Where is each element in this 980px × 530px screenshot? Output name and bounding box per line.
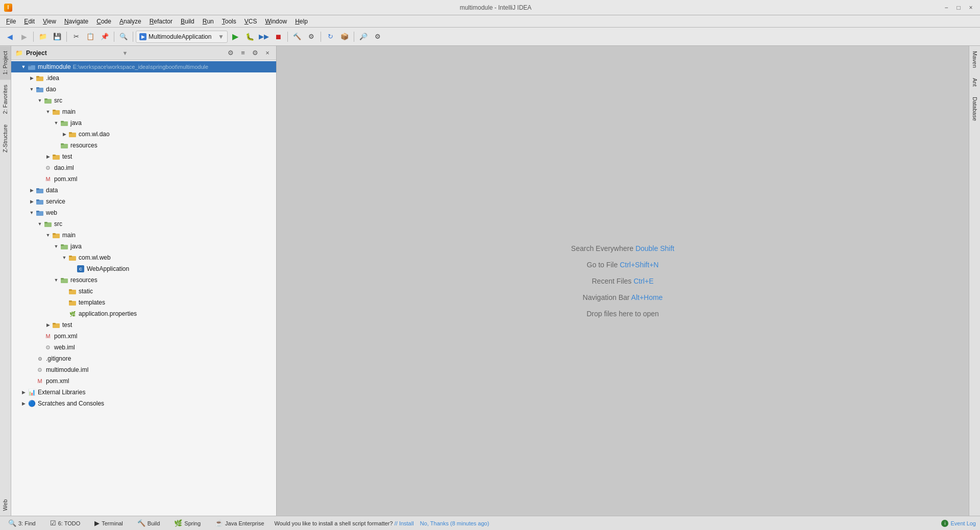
minimize-button[interactable]: − [941, 3, 951, 13]
tree-node-dao-iml[interactable]: ▶ ⚙ dao.iml [11, 162, 276, 173]
tree-node-dao-test[interactable]: ▶ test [11, 151, 276, 162]
sidebar-tab-maven[interactable]: Maven [969, 46, 980, 73]
menu-tools[interactable]: Tools [218, 17, 240, 26]
expand-arrow[interactable]: ▼ [52, 119, 60, 127]
run-config-selector[interactable]: ▶ MultimoduleApplication ▼ [136, 31, 228, 43]
project-tree[interactable]: ▼ multimodule E:\workspace\workspace_ide… [11, 60, 276, 516]
tree-node-web-pom[interactable]: ▶ M pom.xml [11, 331, 276, 342]
expand-arrow[interactable]: ▼ [52, 276, 60, 284]
tree-node-com-wl-web[interactable]: ▼ com.wl.web [11, 252, 276, 263]
expand-arrow[interactable]: ▶ [28, 74, 36, 82]
tree-node-app-properties[interactable]: ▶ 🌿 application.properties [11, 308, 276, 319]
tree-node-dao[interactable]: ▼ dao [11, 84, 276, 95]
expand-arrow[interactable]: ▶ [60, 130, 68, 138]
tree-node-templates[interactable]: ▶ templates [11, 297, 276, 308]
tree-node-root-pom[interactable]: ▶ M pom.xml [11, 375, 276, 387]
tree-node-web-main[interactable]: ▼ main [11, 230, 276, 241]
expand-arrow[interactable]: ▼ [44, 108, 52, 116]
menu-refactor[interactable]: Refactor [145, 17, 177, 26]
expand-arrow[interactable]: ▶ [44, 153, 52, 161]
project-close-icon[interactable]: × [263, 48, 272, 58]
expand-arrow[interactable]: ▶ [19, 399, 28, 408]
menu-view[interactable]: View [39, 17, 60, 26]
tree-node-scratches[interactable]: ▶ 🔵 Scratches and Consoles [11, 398, 276, 409]
tree-node-data[interactable]: ▶ data [11, 185, 276, 196]
tree-node-webapplication[interactable]: ▶ C WebApplication [11, 263, 276, 274]
menu-vcs[interactable]: VCS [240, 17, 261, 26]
expand-arrow[interactable]: ▼ [36, 96, 44, 105]
tree-node-multimodule[interactable]: ▼ multimodule E:\workspace\workspace_ide… [11, 61, 276, 72]
update-button[interactable]: ↻ [324, 30, 337, 43]
expand-arrow[interactable]: ▼ [44, 231, 52, 239]
tree-node-dao-java[interactable]: ▼ java [11, 117, 276, 129]
tree-node-web[interactable]: ▼ web [11, 207, 276, 218]
tree-node-dao-src[interactable]: ▼ src [11, 95, 276, 106]
menu-build[interactable]: Build [177, 17, 199, 26]
menu-run[interactable]: Run [199, 17, 218, 26]
expand-arrow[interactable]: ▶ [19, 388, 28, 396]
project-layout-icon[interactable]: ≡ [238, 48, 248, 58]
save-button[interactable]: 💾 [51, 30, 64, 43]
sidebar-tab-ant[interactable]: Ant [969, 73, 980, 92]
no-thanks-link[interactable]: No, Thanks (8 minutes ago) [420, 520, 489, 526]
status-tab-find[interactable]: 🔍 3: Find [4, 518, 40, 528]
tree-node-web-test[interactable]: ▶ test [11, 319, 276, 331]
expand-arrow[interactable]: ▶ [44, 321, 52, 329]
expand-arrow[interactable]: ▼ [28, 209, 36, 217]
menu-navigate[interactable]: Navigate [60, 17, 92, 26]
sidebar-tab-favorites[interactable]: 2: Favorites [0, 80, 11, 119]
expand-arrow[interactable]: ▼ [28, 85, 36, 93]
sidebar-tab-structure[interactable]: Z-Structure [0, 119, 11, 158]
tree-node-com-wl-dao[interactable]: ▶ com.wl.dao [11, 129, 276, 140]
tree-node-static[interactable]: ▶ static [11, 286, 276, 297]
tree-node-web-iml[interactable]: ▶ ⚙ web.iml [11, 342, 276, 353]
open-file-button[interactable]: 📁 [36, 30, 50, 43]
menu-help[interactable]: Help [291, 17, 312, 26]
back-button[interactable]: ◀ [3, 30, 16, 43]
menu-file[interactable]: File [2, 17, 20, 26]
status-tab-spring[interactable]: 🌿 Spring [170, 518, 205, 528]
status-tab-java-enterprise[interactable]: ☕ Java Enterprise [211, 518, 268, 528]
sidebar-tab-project[interactable]: 1: Project [0, 46, 11, 80]
status-tab-todo[interactable]: ☑ 6: TODO [46, 518, 85, 528]
commit-button[interactable]: 📦 [338, 30, 351, 43]
status-tab-build[interactable]: 🔨 Build [133, 518, 164, 528]
project-gear-icon[interactable]: ⚙ [226, 48, 235, 58]
tree-node-web-src[interactable]: ▼ src [11, 218, 276, 230]
sidebar-tab-database[interactable]: Database [969, 92, 980, 126]
install-link[interactable]: // Install [395, 520, 414, 526]
sidebar-tab-web[interactable]: Web [0, 494, 11, 516]
run-button[interactable]: ▶ [229, 30, 242, 43]
settings-button[interactable]: ⚙ [371, 30, 384, 43]
maximize-button[interactable]: □ [953, 3, 964, 13]
status-tab-terminal[interactable]: ▶ Terminal [90, 518, 127, 528]
forward-button[interactable]: ▶ [17, 30, 31, 43]
tree-node-gitignore[interactable]: ▶ ⚙ .gitignore [11, 353, 276, 364]
make-button[interactable]: ⚙ [305, 30, 318, 43]
search-everywhere-button[interactable]: 🔎 [357, 30, 370, 43]
close-button[interactable]: × [966, 3, 976, 13]
menu-analyze[interactable]: Analyze [115, 17, 145, 26]
paste-button[interactable]: 📌 [98, 30, 111, 43]
expand-arrow[interactable]: ▶ [28, 186, 36, 194]
tree-node-multimodule-iml[interactable]: ▶ ⚙ multimodule.iml [11, 364, 276, 375]
expand-arrow[interactable]: ▼ [19, 63, 28, 71]
menu-code[interactable]: Code [92, 17, 115, 26]
cut-button[interactable]: ✂ [69, 30, 83, 43]
build-button[interactable]: 🔨 [290, 30, 304, 43]
expand-arrow[interactable]: ▼ [52, 242, 60, 250]
tree-node-web-java[interactable]: ▼ java [11, 241, 276, 252]
run-with-coverage-button[interactable]: ▶▶ [257, 30, 271, 43]
tree-node-dao-resources[interactable]: ▶ resources [11, 140, 276, 151]
tree-node-web-resources[interactable]: ▼ resources [11, 274, 276, 286]
menu-edit[interactable]: Edit [20, 17, 39, 26]
expand-arrow[interactable]: ▼ [36, 220, 44, 228]
copy-button[interactable]: 📋 [84, 30, 97, 43]
expand-arrow[interactable]: ▶ [28, 197, 36, 206]
project-gear2-icon[interactable]: ⚙ [251, 48, 260, 58]
stop-button[interactable]: ⏹ [272, 30, 285, 43]
event-log-button[interactable]: i Event Log [941, 520, 976, 527]
tree-node-dao-pom[interactable]: ▶ M pom.xml [11, 173, 276, 185]
expand-arrow[interactable]: ▼ [60, 254, 68, 262]
debug-button[interactable]: 🐛 [243, 30, 256, 43]
